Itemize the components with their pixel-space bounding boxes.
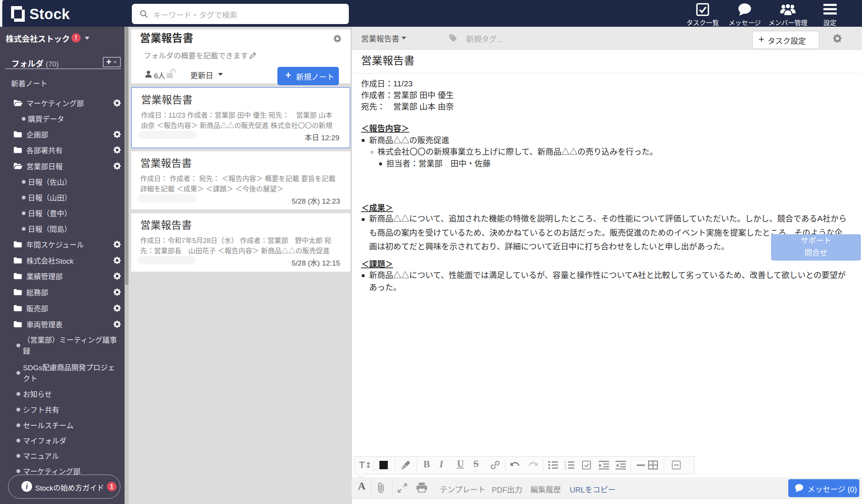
svg-text:T: T: [359, 460, 365, 470]
svg-text:3: 3: [565, 467, 567, 470]
